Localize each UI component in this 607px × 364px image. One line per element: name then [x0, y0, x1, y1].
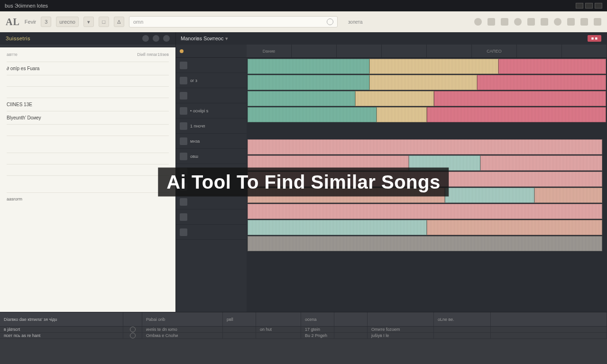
toolbar-btn-4[interactable]: ∆ [114, 17, 124, 27]
close-button[interactable] [595, 3, 602, 9]
audio-clip[interactable] [498, 59, 606, 74]
timeline-column-header[interactable]: Dание [247, 45, 292, 57]
audio-clip[interactable] [480, 155, 602, 171]
menu-label[interactable]: Fevir [25, 19, 36, 25]
table-header-cell[interactable]: Diarвко dae кtmила' зя чідu [0, 312, 123, 326]
table-header-cell[interactable] [368, 312, 434, 326]
track-lane[interactable] [247, 204, 607, 219]
table-header-cell[interactable]: рвll [223, 312, 256, 326]
track-lane[interactable] [247, 75, 607, 90]
audio-clip[interactable] [248, 139, 602, 155]
track-item[interactable]: мнза [176, 134, 247, 149]
timeline-column-header[interactable] [562, 45, 607, 57]
timeline-column-header[interactable] [382, 45, 427, 57]
table-header-cell[interactable]: Раbаі оrib [142, 312, 223, 326]
property-row[interactable]: Blyeunth' Dоиеу [7, 111, 169, 124]
track-list-subheader [176, 45, 247, 58]
timeline-ruler[interactable]: DаниеСАПЕО [247, 45, 607, 58]
toolbar-icon-5[interactable] [527, 18, 535, 26]
track-lane[interactable] [247, 139, 607, 155]
timeline-column-header[interactable] [292, 45, 337, 57]
toolbar-icon-3[interactable] [501, 18, 508, 26]
audio-clip[interactable] [477, 75, 606, 90]
audio-clip[interactable] [369, 75, 477, 90]
toolbar-icon-1[interactable] [474, 18, 482, 26]
audio-clip[interactable] [248, 59, 369, 74]
toolbar-icon-8[interactable] [567, 18, 575, 26]
chevron-down-icon[interactable]: ▾ [225, 36, 228, 42]
track-item[interactable] [176, 209, 247, 225]
left-header-icon-1[interactable] [142, 35, 149, 42]
toolbar-btn-3[interactable]: □ [99, 17, 109, 27]
left-header-icon-3[interactable] [163, 35, 170, 42]
property-row[interactable] [7, 175, 169, 192]
track-item[interactable] [176, 58, 247, 73]
timeline-column-header[interactable] [427, 45, 472, 57]
property-row[interactable] [7, 124, 169, 136]
table-row[interactable]: псет псь as re hantOmbмa e CnohиBu 2 Png… [0, 333, 607, 339]
search-icon[interactable] [327, 18, 333, 25]
audio-clip[interactable] [434, 91, 606, 106]
toolbar-icon-9[interactable] [580, 18, 588, 26]
audio-clip[interactable] [248, 236, 602, 251]
timeline-column-header[interactable] [337, 45, 382, 57]
audio-clip[interactable] [369, 59, 498, 74]
track-label: ог з [190, 78, 197, 83]
audio-clip[interactable] [248, 107, 377, 122]
track-item[interactable]: • осніірі s [176, 103, 247, 118]
toolbar-btn-1[interactable]: 3 [41, 17, 51, 27]
play-icon[interactable] [130, 327, 136, 332]
maximize-button[interactable] [585, 3, 593, 9]
table-header-cell[interactable] [123, 312, 142, 326]
action-button[interactable]: ■ ■ [588, 35, 601, 42]
audio-clip[interactable] [248, 91, 355, 106]
minimize-button[interactable] [576, 3, 583, 9]
table-header-cell[interactable] [256, 312, 301, 326]
track-lane[interactable] [247, 59, 607, 74]
audio-clip[interactable] [248, 204, 602, 219]
audio-clip[interactable] [377, 107, 427, 122]
toolbar-icon-7[interactable] [554, 18, 561, 26]
audio-clip[interactable] [427, 107, 606, 122]
property-row[interactable]: ∂ опíр es Fuara [7, 62, 169, 75]
audio-clip[interactable] [534, 188, 603, 203]
toolbar-dropdown-icon[interactable]: ▾ [83, 17, 94, 27]
property-row[interactable]: CIINES 13E [7, 98, 169, 111]
table-row[interactable]: в játrsсrtинпіs te dn юmoon hut17 gteinO… [0, 327, 607, 333]
timeline-column-header[interactable]: САПЕО [472, 45, 517, 57]
audio-clip[interactable] [248, 220, 427, 235]
toolbar-icon-4[interactable] [514, 18, 522, 26]
toolbar-icon-10[interactable] [594, 18, 601, 26]
toolbar-icon-6[interactable] [541, 18, 548, 26]
audio-clip[interactable] [248, 75, 369, 90]
table-header-cell[interactable] [491, 312, 607, 326]
table-header-cell[interactable]: оLnе вe. [434, 312, 491, 326]
track-lane[interactable] [247, 236, 607, 251]
search-input[interactable]: omn [129, 16, 338, 27]
timeline-column-header[interactable] [517, 45, 562, 57]
audio-clip[interactable] [355, 91, 434, 106]
track-item[interactable] [176, 88, 247, 103]
track-lane[interactable] [247, 220, 607, 235]
toolbar-icon-2[interactable] [487, 18, 495, 26]
track-item[interactable]: 1 пночп [176, 118, 247, 134]
left-header-icon-2[interactable] [153, 35, 159, 42]
table-header-cell[interactable]: осеna [301, 312, 334, 326]
play-icon[interactable] [130, 333, 136, 338]
property-row[interactable] [7, 136, 169, 153]
property-row[interactable] [7, 75, 169, 86]
track-item[interactable] [176, 225, 247, 240]
toolbar-btn-2[interactable]: urecno [56, 17, 79, 27]
audio-clip[interactable] [427, 220, 602, 235]
property-row[interactable] [7, 153, 169, 164]
table-header-cell[interactable] [334, 312, 368, 326]
track-lane[interactable] [247, 107, 607, 122]
track-item[interactable] [176, 194, 247, 209]
track-item[interactable]: овш [176, 149, 247, 164]
track-lane[interactable] [247, 91, 607, 106]
property-row[interactable] [7, 164, 169, 175]
track-item[interactable]: ог з [176, 73, 247, 88]
track-lane[interactable] [247, 123, 607, 138]
audio-clip[interactable] [445, 188, 534, 203]
property-row[interactable] [7, 86, 169, 98]
